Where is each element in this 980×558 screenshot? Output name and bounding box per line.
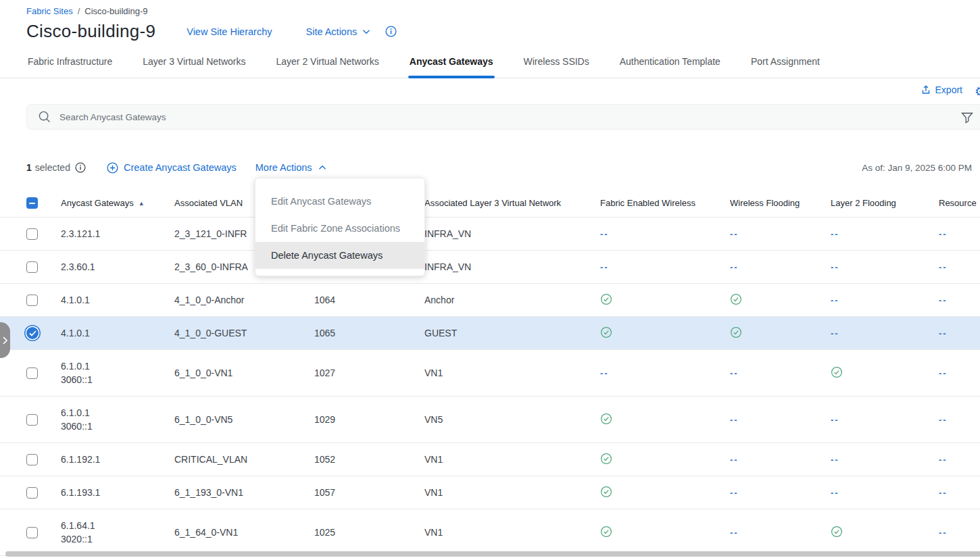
row-checkbox[interactable] bbox=[26, 261, 38, 273]
not-applicable-dashes: -- bbox=[831, 229, 839, 239]
layer3-vn-cell: Anchor bbox=[418, 295, 593, 305]
column-header-label: Resource bbox=[939, 198, 977, 208]
fabric-enabled-wireless-cell bbox=[593, 486, 723, 500]
checkbox-cell bbox=[0, 527, 54, 538]
gear-icon[interactable]: ⚙ bbox=[975, 84, 980, 99]
fabric-enabled-wireless-cell bbox=[593, 453, 723, 467]
tab-fabric-infrastructure[interactable]: Fabric Infrastructure bbox=[26, 51, 114, 78]
resource-cell: -- bbox=[932, 328, 980, 338]
search-placeholder: Search Anycast Gateways bbox=[59, 112, 166, 122]
row-checkbox[interactable] bbox=[26, 454, 38, 465]
layer2-flooding-cell: -- bbox=[824, 228, 932, 239]
check-circle-icon bbox=[600, 526, 612, 538]
vlan-id-cell: 1057 bbox=[308, 487, 418, 498]
layer3-vn-cell: INFRA_VN bbox=[418, 261, 593, 272]
select-all-checkbox[interactable] bbox=[26, 197, 38, 209]
search-icon bbox=[38, 110, 51, 124]
wireless-flooding-cell: -- bbox=[723, 261, 824, 272]
column-header-wireless-flooding[interactable]: Wireless Flooding bbox=[723, 198, 824, 208]
gateway-ip: 6.1.192.1 bbox=[61, 453, 168, 466]
tab-authentication-template[interactable]: Authentication Template bbox=[618, 51, 722, 78]
not-applicable-dashes: -- bbox=[831, 415, 839, 425]
filter-funnel-icon[interactable] bbox=[960, 111, 974, 124]
site-info-icon[interactable] bbox=[385, 26, 397, 37]
fabric-enabled-wireless-cell: -- bbox=[593, 228, 723, 239]
row-checkbox-checked[interactable] bbox=[26, 327, 39, 339]
wireless-flooding-cell bbox=[723, 326, 824, 340]
menu-item-edit-fabric-zone-associations[interactable]: Edit Fabric Zone Associations bbox=[255, 215, 424, 242]
not-applicable-dashes: -- bbox=[831, 328, 839, 338]
export-button[interactable]: Export bbox=[921, 84, 962, 95]
tab-anycast-gateways[interactable]: Anycast Gateways bbox=[408, 51, 495, 78]
gateway-ip: 4.1.0.1 bbox=[61, 293, 168, 307]
checkbox-cell bbox=[0, 487, 54, 499]
column-header-anycast-gateways[interactable]: Anycast Gateways ▲ bbox=[54, 198, 168, 208]
row-checkbox[interactable] bbox=[26, 414, 38, 426]
check-circle-icon bbox=[730, 293, 742, 305]
column-header-fabric-enabled-wireless[interactable]: Fabric Enabled Wireless bbox=[593, 198, 723, 208]
table-row: 6.1.0.13060::16_1_0_0-VN11027VN1------ bbox=[0, 350, 980, 397]
chevron-up-icon bbox=[318, 165, 326, 170]
gateway-ip-cell: 4.1.0.1 bbox=[54, 326, 168, 340]
layer3-vn-cell: INFRA_VN bbox=[418, 228, 593, 239]
resource-cell: -- bbox=[932, 367, 980, 378]
create-anycast-gateways-button[interactable]: Create Anycast Gateways bbox=[107, 162, 237, 174]
selection-info-icon[interactable] bbox=[75, 162, 86, 173]
menu-item-edit-anycast-gateways[interactable]: Edit Anycast Gateways bbox=[255, 188, 424, 215]
row-checkbox[interactable] bbox=[26, 527, 38, 538]
gateway-ip: 6.1.64.1 bbox=[61, 519, 168, 532]
not-applicable-dashes: -- bbox=[831, 488, 839, 498]
checkbox-cell bbox=[0, 228, 54, 240]
tab-layer3-virtual-networks[interactable]: Layer 3 Virtual Networks bbox=[141, 51, 247, 78]
column-header-layer2-flooding[interactable]: Layer 2 Flooding bbox=[824, 198, 932, 208]
side-panel-expand-handle[interactable] bbox=[0, 322, 10, 358]
associated-vlan-cell: 6_1_0_0-VN1 bbox=[168, 367, 308, 378]
not-applicable-dashes: -- bbox=[730, 455, 739, 465]
checkbox-cell bbox=[0, 261, 54, 273]
tab-port-assignment[interactable]: Port Assignment bbox=[750, 51, 821, 78]
table-body: 2.3.121.12_3_121_0-INFRINFRA_VN--------2… bbox=[0, 218, 980, 556]
row-checkbox[interactable] bbox=[26, 487, 38, 499]
not-applicable-dashes: -- bbox=[831, 295, 839, 305]
table-header-row: Anycast Gateways ▲ Associated VLAN Assoc… bbox=[0, 189, 980, 218]
check-circle-icon bbox=[600, 293, 612, 305]
resource-cell: -- bbox=[932, 454, 980, 465]
layer2-flooding-cell: -- bbox=[824, 414, 932, 425]
check-circle-icon bbox=[831, 366, 843, 378]
tab-wireless-ssids[interactable]: Wireless SSIDs bbox=[522, 51, 591, 78]
check-circle-icon bbox=[600, 453, 612, 465]
gateway-ip: 6.1.0.1 bbox=[61, 406, 168, 420]
table-row: 6.1.193.16_1_193_0-VN11057VN1------ bbox=[0, 476, 980, 509]
tab-layer2-virtual-networks[interactable]: Layer 2 Virtual Networks bbox=[275, 51, 381, 78]
search-input[interactable]: Search Anycast Gateways bbox=[26, 104, 980, 130]
column-header-resource[interactable]: Resource bbox=[932, 198, 980, 208]
fabric-enabled-wireless-cell bbox=[593, 326, 723, 340]
not-applicable-dashes: -- bbox=[600, 229, 609, 239]
row-checkbox[interactable] bbox=[26, 367, 38, 379]
page-header: Fabric Sites / Cisco-building-9 Cisco-bu… bbox=[0, 0, 980, 42]
menu-item-delete-anycast-gateways[interactable]: Delete Anycast Gateways bbox=[255, 242, 424, 269]
row-checkbox[interactable] bbox=[26, 228, 38, 240]
more-actions-dropdown[interactable]: More Actions bbox=[255, 162, 326, 173]
horizontal-scrollbar[interactable] bbox=[5, 551, 980, 557]
page-title: Cisco-building-9 bbox=[26, 21, 155, 42]
vlan-id-cell: 1052 bbox=[308, 454, 418, 465]
check-circle-icon bbox=[600, 486, 612, 498]
row-checkbox[interactable] bbox=[26, 295, 38, 306]
wireless-flooding-cell: -- bbox=[723, 367, 824, 378]
gateway-ip: 3060::1 bbox=[61, 420, 168, 433]
resource-cell: -- bbox=[932, 414, 980, 425]
fabric-enabled-wireless-cell bbox=[593, 293, 723, 307]
not-applicable-dashes: -- bbox=[600, 262, 609, 272]
gateway-ip-cell: 6.1.0.13060::1 bbox=[54, 359, 168, 386]
site-actions-dropdown[interactable]: Site Actions bbox=[305, 26, 370, 37]
breadcrumb-fabric-sites[interactable]: Fabric Sites bbox=[26, 6, 73, 16]
associated-vlan-cell: 4_1_0_0-Anchor bbox=[168, 295, 308, 305]
view-site-hierarchy-link[interactable]: View Site Hierarchy bbox=[187, 26, 272, 37]
gateway-ip: 6.1.0.1 bbox=[61, 359, 168, 373]
selected-label: selected bbox=[35, 162, 70, 173]
column-header-associated-l3vn[interactable]: Associated Layer 3 Virtual Network bbox=[418, 198, 593, 208]
associated-vlan-cell: 6_1_193_0-VN1 bbox=[168, 487, 308, 498]
resource-cell: -- bbox=[932, 527, 980, 538]
checkbox-cell bbox=[0, 414, 54, 426]
